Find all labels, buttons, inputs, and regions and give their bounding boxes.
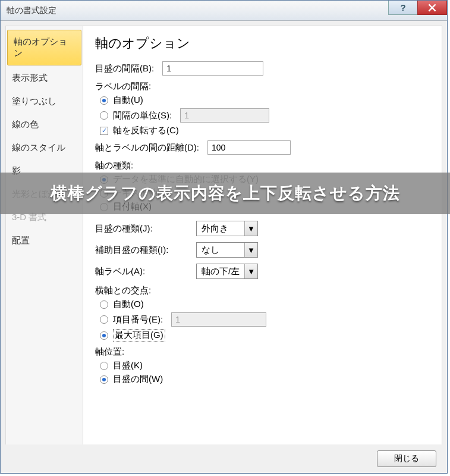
axis-type-auto-label: データを基準に自動的に選択する(Y) (113, 174, 259, 185)
close-icon (428, 4, 436, 12)
titlebar-controls: ? (389, 1, 447, 15)
sidebar-item-fill[interactable]: 塗りつぶし (6, 90, 83, 113)
close-button[interactable] (417, 1, 447, 15)
axis-label-distance-input[interactable] (207, 140, 291, 155)
sidebar-item-line-style[interactable]: 線のスタイル (6, 136, 83, 159)
axis-pos-between-radio[interactable] (100, 375, 108, 384)
axis-label-pos-label: 軸ラベル(A): (95, 266, 196, 277)
main-panel: 軸のオプション 目盛の間隔(B): ラベルの間隔: 自動(U) 間隔の単位(S)… (83, 26, 442, 449)
cross-category-label: 項目番号(E): (113, 314, 163, 325)
axis-type-auto-radio[interactable] (100, 176, 108, 184)
axis-label-pos-select[interactable]: 軸の下/左 ▼ (196, 264, 258, 279)
axis-type-text-radio[interactable] (100, 189, 108, 198)
cross-category-radio[interactable] (100, 315, 108, 324)
axis-pos-on-radio[interactable] (100, 362, 108, 370)
label-interval-unit-label: 間隔の単位(S): (113, 110, 172, 121)
cross-auto-label: 自動(O) (113, 299, 144, 310)
axis-label-distance-label: 軸とラベルの間の距離(D): (95, 142, 199, 154)
chevron-down-icon: ▼ (244, 221, 257, 236)
reverse-axis-checkbox[interactable]: ✓ (100, 127, 108, 135)
cross-auto-radio[interactable] (100, 300, 108, 309)
label-interval-heading: ラベルの間隔: (95, 81, 430, 92)
tick-type-value: 外向き (197, 223, 244, 234)
minor-tick-label: 補助目盛の種類(I): (95, 245, 196, 256)
dialog-body: 軸のオプション 表示形式 塗りつぶし 線の色 線のスタイル 影 光彩とぼかし 3… (5, 26, 442, 449)
minor-tick-select[interactable]: なし ▼ (196, 242, 258, 258)
sidebar: 軸のオプション 表示形式 塗りつぶし 線の色 線のスタイル 影 光彩とぼかし 3… (6, 26, 83, 449)
sidebar-item-shadow[interactable]: 影 (6, 159, 83, 183)
cross-max-radio[interactable] (100, 331, 108, 340)
axis-type-date-radio[interactable] (100, 203, 108, 211)
cross-category-input[interactable] (171, 312, 266, 327)
axis-label-pos-value: 軸の下/左 (197, 266, 244, 277)
label-interval-auto-label: 自動(U) (113, 95, 143, 106)
dialog-title: 軸の書式設定 (7, 5, 56, 16)
tick-type-label: 目盛の種類(J): (95, 223, 196, 234)
label-interval-auto-radio[interactable] (100, 96, 108, 105)
tick-interval-input[interactable] (162, 61, 263, 76)
axis-type-heading: 軸の種類: (95, 160, 430, 171)
minor-tick-value: なし (197, 245, 244, 256)
sidebar-item-line-color[interactable]: 線の色 (6, 113, 83, 136)
label-interval-unit-input[interactable] (180, 108, 269, 123)
label-interval-unit-radio[interactable] (100, 111, 108, 120)
reverse-axis-label: 軸を反転する(C) (113, 125, 179, 136)
axis-pos-between-label: 目盛の間(W) (113, 374, 163, 385)
chevron-down-icon: ▼ (244, 243, 257, 257)
sidebar-item-glow[interactable]: 光彩とぼかし (6, 183, 83, 206)
close-dialog-button[interactable]: 閉じる (377, 450, 436, 467)
chevron-down-icon: ▼ (244, 264, 257, 278)
sidebar-item-3d[interactable]: 3-D 書式 (6, 206, 83, 229)
panel-heading: 軸のオプション (95, 35, 430, 52)
sidebar-item-axis-options[interactable]: 軸のオプション (7, 30, 81, 65)
sidebar-item-number-format[interactable]: 表示形式 (6, 67, 83, 90)
help-button[interactable]: ? (388, 1, 418, 15)
dialog-footer: 閉じる (1, 444, 447, 473)
cross-max-label: 最大項目(G) (113, 329, 165, 342)
dialog-window: 軸の書式設定 ? 軸のオプション 表示形式 塗りつぶし 線の色 線のスタイル 影… (0, 0, 448, 474)
tick-interval-label: 目盛の間隔(B): (95, 63, 154, 74)
axis-pos-on-label: 目盛(K) (113, 360, 143, 371)
axis-pos-heading: 軸位置: (95, 346, 430, 358)
cross-heading: 横軸との交点: (95, 285, 430, 296)
axis-type-text-label: テキスト軸(T) (113, 187, 169, 199)
axis-type-date-label: 日付軸(X) (113, 201, 152, 212)
tick-type-select[interactable]: 外向き ▼ (196, 221, 258, 236)
sidebar-item-alignment[interactable]: 配置 (6, 229, 83, 252)
titlebar: 軸の書式設定 ? (1, 1, 447, 21)
